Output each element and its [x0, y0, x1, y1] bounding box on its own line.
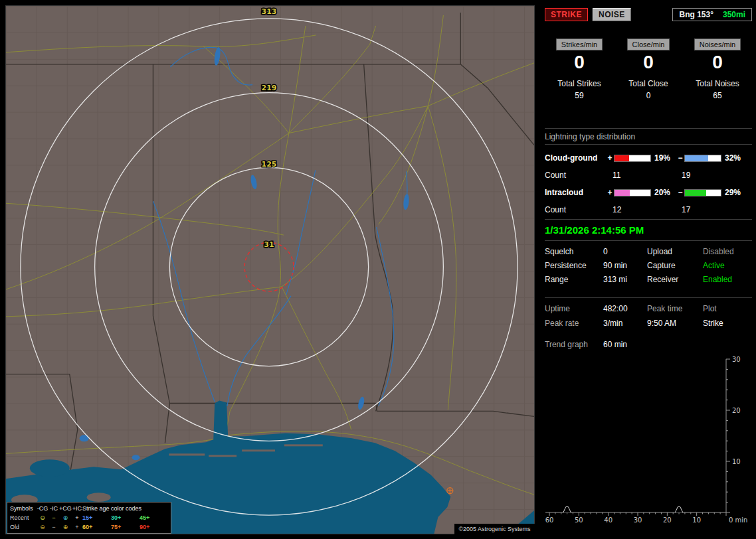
- cg-positive-bar-fill: [614, 155, 629, 161]
- cg-negative-pct: 32%: [723, 153, 747, 163]
- total-strikes-label: Total Strikes: [545, 79, 614, 88]
- total-close-label: Total Close: [614, 79, 683, 88]
- trend-graph-label: Trend graph: [545, 340, 603, 349]
- svg-text:50: 50: [575, 516, 583, 524]
- peak-time-value: 9:50 AM: [647, 319, 703, 328]
- peak-rate-value: 3/min: [603, 319, 647, 328]
- age-15: 15+: [82, 514, 111, 521]
- noises-per-min-value: 0: [683, 52, 752, 72]
- ic-negative-bar-fill: [685, 190, 706, 196]
- legend-col-pic: +IC: [72, 505, 82, 512]
- total-noises-value: 65: [683, 91, 752, 100]
- persistence-value: 90 min: [603, 261, 647, 270]
- svg-text:30: 30: [634, 516, 642, 524]
- legend-age-header: Strike age color codes: [82, 505, 166, 512]
- ring-label-125: 125: [262, 160, 277, 169]
- intracloud-row: Intracloud + 20% − 29%: [545, 185, 752, 200]
- cg-positive-bar: [614, 155, 651, 162]
- svg-text:20: 20: [663, 516, 672, 524]
- mode-toolbar: STRIKE NOISE Bng 153° 350mi: [545, 8, 752, 21]
- copyright-notice: ©2005 Astrogenic Systems: [454, 524, 535, 534]
- settings-grid: Squelch 0 Upload Disabled Persistence 90…: [545, 247, 752, 284]
- status-panel: STRIKE NOISE Bng 153° 350mi Strikes/min …: [539, 0, 756, 539]
- ic-positive-pct: 20%: [652, 188, 676, 197]
- cg-positive-count: 11: [606, 171, 675, 180]
- noises-per-min-label: Noises/min: [694, 38, 741, 50]
- recent-pcg-icon: ⊕: [59, 514, 72, 521]
- receiver-status: Enabled: [703, 275, 752, 284]
- receiver-label: Receiver: [647, 275, 703, 284]
- map-legend: Symbols -CG -IC +CG +IC Strike age color…: [7, 502, 171, 534]
- cg-positive-pct: 19%: [652, 153, 676, 163]
- plus-sign: +: [606, 153, 614, 163]
- persistence-label: Persistence: [545, 261, 603, 270]
- datetime-section: 1/31/2026 2:14:56 PM: [545, 219, 752, 241]
- old-ncg-icon: ⊖: [37, 524, 48, 530]
- lightning-map: 313 219 125 31: [5, 5, 535, 534]
- cloud-ground-count-row: Count 11 19: [545, 167, 752, 184]
- old-pcg-icon: ⊕: [59, 524, 72, 530]
- cg-negative-count: 19: [675, 171, 744, 180]
- age-90: 90+: [140, 524, 166, 530]
- svg-text:10: 10: [732, 458, 741, 465]
- squelch-label: Squelch: [545, 247, 603, 256]
- strikes-counter: Strikes/min 0 Total Strikes 59: [545, 38, 614, 100]
- ic-negative-pct: 29%: [723, 188, 747, 197]
- old-pic-icon: +: [72, 524, 82, 530]
- capture-label: Capture: [647, 261, 703, 270]
- minus-sign: −: [676, 153, 684, 163]
- ic-negative-count: 17: [675, 205, 744, 214]
- legend-col-nic: -IC: [48, 505, 59, 512]
- legend-col-pcg: +CG: [59, 505, 72, 512]
- strike-mode-button[interactable]: STRIKE: [545, 8, 588, 21]
- capture-status: Active: [703, 261, 752, 270]
- plot-label: Plot: [703, 304, 752, 313]
- ic-count-label: Count: [545, 205, 606, 214]
- range-label: Range: [545, 275, 603, 284]
- rate-counters: Strikes/min 0 Total Strikes 59 Close/min…: [545, 38, 752, 100]
- trend-window-value: 60 min: [603, 340, 647, 349]
- age-45: 45+: [140, 514, 166, 521]
- peak-time-label: Peak time: [647, 304, 703, 313]
- recent-nic-icon: −: [48, 514, 59, 521]
- recent-pic-icon: +: [72, 514, 82, 521]
- ic-positive-bar-fill: [614, 190, 630, 196]
- upload-status: Disabled: [703, 247, 752, 256]
- close-per-min-value: 0: [614, 52, 683, 72]
- uptime-label: Uptime: [545, 304, 603, 313]
- minus-sign: −: [676, 188, 684, 197]
- bearing-value: Bng 153°: [679, 10, 713, 19]
- cloud-ground-label: Cloud-ground: [545, 153, 606, 163]
- strikes-per-min-value: 0: [545, 52, 614, 72]
- legend-recent-label: Recent: [10, 514, 37, 521]
- total-close-value: 0: [614, 91, 683, 100]
- svg-text:60: 60: [545, 516, 554, 524]
- old-nic-icon: −: [48, 524, 59, 530]
- distribution-title: Lightning type distribution: [545, 132, 752, 145]
- strike-symbol-old-pcg: [447, 488, 453, 494]
- svg-text:30: 30: [732, 356, 741, 363]
- total-strikes-value: 59: [545, 91, 614, 100]
- upload-label: Upload: [647, 247, 703, 256]
- ic-positive-count: 12: [606, 205, 675, 214]
- cg-count-label: Count: [545, 171, 606, 180]
- close-counter: Close/min 0 Total Close 0: [614, 38, 683, 100]
- legend-header-row: Symbols -CG -IC +CG +IC Strike age color…: [10, 504, 168, 513]
- stats-grid: Uptime 482:00 Peak time Plot Peak rate 3…: [545, 297, 752, 328]
- age-60: 60+: [82, 524, 111, 530]
- svg-text:10: 10: [692, 516, 701, 524]
- svg-text:20: 20: [732, 407, 741, 414]
- range-value: 313 mi: [603, 275, 647, 284]
- age-30: 30+: [111, 514, 140, 521]
- trend-graph-header: Trend graph 60 min: [545, 340, 752, 349]
- legend-old-row: Old ⊖ − ⊕ + 60+ 75+ 90+: [10, 522, 168, 532]
- legend-recent-row: Recent ⊖ − ⊕ + 15+ 30+ 45+: [10, 513, 168, 522]
- bearing-range-value: 350mi: [723, 10, 745, 19]
- ic-negative-bar: [684, 189, 721, 196]
- intracloud-label: Intracloud: [545, 188, 606, 197]
- trend-chart-container: 6050403020100 min302010: [539, 350, 756, 538]
- noises-counter: Noises/min 0 Total Noises 65: [683, 38, 752, 100]
- squelch-value: 0: [603, 247, 647, 256]
- cg-negative-bar-fill: [685, 155, 708, 161]
- noise-mode-button[interactable]: NOISE: [593, 8, 631, 21]
